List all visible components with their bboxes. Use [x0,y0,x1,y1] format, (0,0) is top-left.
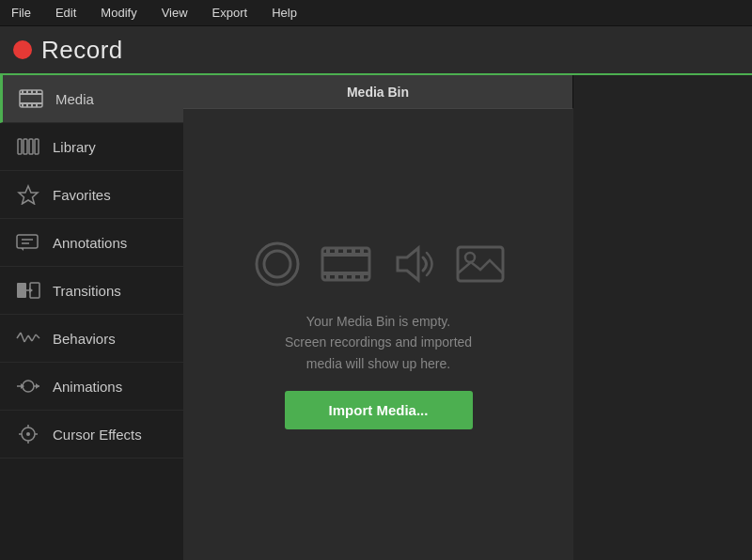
sidebar-item-animations[interactable]: Animations [0,363,183,411]
sidebar-item-favorites[interactable]: Favorites [0,171,183,219]
svg-rect-51 [326,275,330,280]
svg-rect-52 [335,275,338,280]
svg-line-29 [36,334,39,338]
menu-help[interactable]: Help [268,4,301,22]
svg-rect-11 [18,139,22,154]
transitions-icon [15,280,41,301]
sidebar-item-annotations[interactable]: Annotations [0,219,183,267]
svg-rect-46 [326,248,330,253]
menu-view[interactable]: View [158,4,192,22]
sidebar-label-transitions: Transitions [53,283,121,299]
sidebar-item-cursor-effects[interactable]: Cursor Effects [0,411,183,459]
behaviors-icon [15,328,41,349]
record-title: Record [41,36,123,65]
media-icon [18,88,44,109]
svg-marker-34 [36,383,39,389]
empty-filmstrip-icon [321,244,371,284]
library-icon [15,136,41,157]
svg-rect-16 [17,235,38,248]
svg-point-42 [264,251,290,277]
svg-rect-6 [36,90,38,93]
menu-bar: File Edit Modify View Export Help [0,0,752,26]
sidebar-label-annotations: Annotations [53,235,127,251]
cursor-effects-icon [15,424,41,444]
sidebar: Media Library Favorites [0,75,183,560]
svg-rect-44 [322,253,369,257]
svg-line-24 [17,333,21,338]
svg-rect-57 [458,247,503,281]
sidebar-label-media: Media [55,91,94,107]
record-bar: Record [0,26,752,75]
main-layout: Media Library Favorites [0,75,752,560]
svg-rect-4 [26,90,28,93]
svg-rect-47 [335,248,338,253]
svg-rect-49 [352,248,355,253]
svg-line-25 [21,333,24,342]
svg-line-28 [32,334,36,341]
import-media-button[interactable]: Import Media... [285,391,473,429]
sidebar-item-library[interactable]: Library [0,123,183,171]
svg-rect-14 [35,139,39,154]
empty-record-icon [253,240,302,288]
menu-file[interactable]: File [8,4,35,22]
right-panel [573,75,752,560]
svg-rect-20 [17,283,26,298]
animations-icon [15,376,41,397]
svg-rect-54 [352,275,355,280]
svg-line-27 [28,335,32,341]
annotations-icon [15,232,41,253]
svg-rect-2 [20,102,42,104]
svg-marker-56 [398,248,418,280]
svg-point-36 [26,432,30,436]
sidebar-item-media[interactable]: Media [0,75,183,123]
menu-export[interactable]: Export [209,4,252,22]
empty-state-text: Your Media Bin is empty. Screen recordin… [285,311,472,374]
sidebar-item-transitions[interactable]: Transitions [0,267,183,315]
sidebar-label-favorites: Favorites [53,187,111,203]
empty-state-icons [253,240,505,288]
empty-audio-icon [390,242,437,286]
menu-modify[interactable]: Modify [97,4,140,22]
sidebar-label-behaviors: Behaviors [53,331,116,347]
svg-rect-45 [322,272,369,275]
sidebar-label-library: Library [53,139,96,155]
svg-marker-23 [29,288,33,293]
menu-edit[interactable]: Edit [52,4,80,22]
media-bin-title: Media Bin [347,85,409,100]
sidebar-label-cursor-effects: Cursor Effects [53,427,142,443]
svg-rect-3 [22,90,24,93]
svg-rect-53 [343,275,347,280]
svg-rect-55 [360,275,364,280]
svg-point-58 [465,253,475,262]
svg-rect-1 [20,93,42,95]
svg-marker-15 [19,186,38,204]
svg-line-26 [24,335,28,342]
media-bin-header: Media Bin [183,75,573,109]
svg-rect-48 [343,248,347,253]
sidebar-label-animations: Animations [53,379,122,395]
svg-rect-10 [36,104,38,107]
favorites-icon [15,184,41,205]
empty-image-icon [456,243,505,285]
sidebar-item-behaviors[interactable]: Behaviors [0,315,183,363]
svg-rect-50 [360,248,364,253]
svg-rect-9 [31,104,33,107]
svg-rect-12 [24,139,27,154]
record-dot-icon[interactable] [13,40,32,59]
content-area: Media Bin [183,75,573,560]
svg-rect-5 [31,90,33,93]
svg-rect-8 [26,104,28,107]
media-bin-body: Your Media Bin is empty. Screen recordin… [183,109,573,560]
svg-rect-13 [29,139,33,154]
svg-rect-7 [22,104,24,107]
